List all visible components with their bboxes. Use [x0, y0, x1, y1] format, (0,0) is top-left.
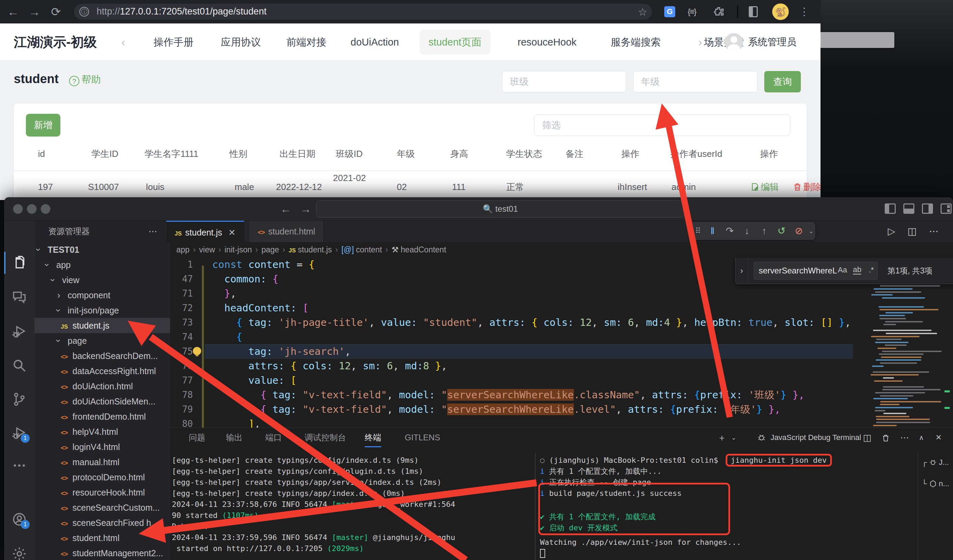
breadcrumb-item[interactable]: init-json [225, 245, 252, 254]
toggle-primary-sidebar-icon[interactable] [885, 203, 896, 214]
tree-item-app[interactable]: ›app [34, 257, 170, 272]
tree-item-manualhtml[interactable]: <>manual.html [34, 455, 170, 470]
forward-icon[interactable]: → [27, 0, 42, 23]
code-line-74[interactable]: 74 { [170, 330, 953, 344]
code-line-72[interactable]: 72 headContent: [ [170, 301, 953, 315]
app-tab-2[interactable]: 应用协议 [221, 23, 261, 61]
explorer-more-icon[interactable]: ⋯ [148, 221, 158, 242]
terminal-output-left[interactable]: [egg-ts-helper] create typings/config/in… [172, 428, 534, 560]
extensions-puzzle-icon[interactable] [713, 6, 725, 19]
code-line-78[interactable]: 78 { tag: "v-text-field", model: "server… [170, 388, 953, 402]
customize-layout-icon[interactable] [941, 203, 951, 214]
edit-button[interactable]: 编辑 [750, 182, 779, 192]
window-zoom-icon[interactable] [41, 204, 50, 214]
find-collapse-icon[interactable]: › [736, 258, 748, 283]
whole-word-icon[interactable]: ab [853, 266, 861, 274]
class-search-input[interactable] [502, 71, 626, 93]
window-close-icon[interactable] [13, 204, 23, 214]
code-line-75[interactable]: 75 tag: 'jh-search', [170, 344, 953, 359]
app-brand[interactable]: 江湖演示-初级 [14, 23, 97, 61]
breadcrumb-item[interactable]: view [199, 245, 215, 254]
app-tab-3[interactable]: 前端对接 [286, 23, 326, 61]
sidebar-toggle-icon[interactable] [749, 6, 758, 17]
tree-item-sceneSearchCustom[interactable]: <>sceneSearchCustom... [34, 500, 170, 515]
code-editor[interactable]: 1const content = {47 common: {71 },72 he… [170, 257, 953, 451]
window-minimize-icon[interactable] [27, 204, 37, 214]
maximize-panel-icon[interactable]: ∧ [919, 428, 924, 447]
app-tab-5[interactable]: student页面 [419, 29, 490, 54]
tree-item-loginV4html[interactable]: <>loginV4.html [34, 439, 170, 455]
minimap[interactable] [868, 257, 953, 451]
close-panel-icon[interactable]: ✕ [935, 428, 942, 447]
chat-icon[interactable] [12, 290, 27, 305]
tree-item-TEST01[interactable]: ›TEST01 [34, 242, 170, 257]
bookmark-star-icon[interactable]: ☆ [638, 6, 647, 18]
help-link[interactable]: ?帮助 [69, 73, 101, 86]
toggle-panel-icon[interactable] [903, 203, 914, 214]
tree-item-resourceHookhtml[interactable]: <>resourceHook.html [34, 485, 170, 500]
run-debug-icon[interactable] [12, 324, 27, 339]
code-line-76[interactable]: 76 attrs: { cols: 12, sm: 6, md:8 }, [170, 359, 953, 373]
debug-sessions-icon[interactable]: 1 [12, 425, 27, 441]
breadcrumb-item[interactable]: ⚒headContent [392, 245, 446, 254]
tree-item-studentjs[interactable]: JSstudent.js [34, 318, 170, 333]
user-name[interactable]: 系统管理员 [748, 23, 796, 61]
tree-item-initjsonpage[interactable]: ›init-json/page [34, 303, 170, 318]
tree-item-view[interactable]: ›view [34, 272, 170, 288]
match-case-icon[interactable]: Aa [838, 266, 847, 274]
code-line-71[interactable]: 71 }, [170, 286, 953, 301]
tree-item-protocolDemohtml[interactable]: <>protocolDemo.html [34, 470, 170, 485]
tree-item-doUiActionhtml[interactable]: <>doUiAction.html [34, 379, 170, 394]
tree-item-page[interactable]: ›page [34, 333, 170, 348]
debug-step-out-icon[interactable]: ↑ [757, 223, 771, 239]
lightbulb-icon[interactable] [193, 347, 201, 355]
app-tab-4[interactable]: doUiAction [351, 23, 399, 61]
debug-dropdown-icon[interactable]: ⌄ [804, 223, 818, 239]
regex-icon[interactable]: .* [869, 266, 874, 274]
debug-step-into-icon[interactable]: ↓ [740, 223, 754, 239]
delete-button[interactable]: 删除 [793, 182, 821, 192]
code-line-73[interactable]: 73 { tag: 'jh-page-title', value: "stude… [170, 315, 953, 330]
tabs-scroll-right-icon[interactable]: › [698, 23, 702, 61]
debug-pause-icon[interactable]: ‖ [706, 223, 719, 239]
run-file-icon[interactable]: ▷ [888, 226, 896, 237]
site-info-icon[interactable]: ⓘ [79, 7, 89, 17]
breadcrumb-item[interactable]: JSstudent.js [289, 245, 332, 254]
editor-tab-studenthtml[interactable]: <>student.html [250, 221, 324, 242]
editor-tab-studentjs[interactable]: JSstudent.js✕ [166, 221, 244, 242]
translate-icon[interactable]: G [664, 6, 675, 17]
app-tab-7[interactable]: 服务端搜索 [611, 23, 661, 61]
app-tab-1[interactable]: 操作手册 [154, 23, 194, 61]
editor-more-icon[interactable]: ⋯ [929, 226, 939, 237]
toggle-secondary-sidebar-icon[interactable] [922, 203, 933, 214]
tree-item-sceneSearchFixedh[interactable]: <>sceneSearchFixed h... [34, 515, 170, 531]
app-tab-6[interactable]: resouceHook [518, 23, 577, 61]
terminal-split-divider[interactable] [535, 453, 535, 560]
history-forward-icon[interactable]: → [300, 197, 311, 221]
browser-profile-avatar[interactable]: 🐒 [772, 3, 789, 20]
command-center-search[interactable]: 🔍 test01 [316, 200, 684, 218]
back-icon[interactable]: ← [6, 0, 21, 23]
tree-item-helpV4html[interactable]: <>helpV4.html [34, 424, 170, 439]
breadcrumb-item[interactable]: [@]content [341, 245, 382, 254]
breadcrumb-item[interactable]: page [262, 245, 279, 254]
browser-menu-icon[interactable]: ⋮ [799, 3, 809, 20]
account-icon[interactable]: 1 [12, 512, 27, 527]
user-avatar[interactable] [725, 33, 743, 52]
reload-icon[interactable]: ⟳ [48, 0, 64, 23]
tree-item-studenthtml[interactable]: <>student.html [34, 531, 170, 546]
tree-item-component[interactable]: ›component [34, 288, 170, 303]
breadcrumb-item[interactable]: app [176, 245, 189, 254]
debug-disconnect-icon[interactable]: ⊘ [792, 223, 806, 239]
filter-input[interactable] [534, 114, 790, 136]
source-control-icon[interactable] [12, 392, 27, 407]
split-editor-icon[interactable]: ◫ [908, 226, 916, 237]
url-bar[interactable]: ⓘ http://127.0.0.1:7205/test01/page/stud… [74, 4, 652, 20]
settings-gear-icon[interactable] [12, 546, 27, 560]
tree-item-frontendDemohtml[interactable]: <>frontendDemo.html [34, 409, 170, 424]
search-icon[interactable] [12, 358, 27, 373]
terminal-output-right[interactable]: ○ (jianghujs) MacBook-Pro:test01 colin$ … [540, 428, 917, 560]
tree-item-studentManagement2[interactable]: <>studentManagement2... [34, 546, 170, 560]
query-button[interactable]: 查询 [764, 71, 801, 93]
grade-search-input[interactable] [633, 71, 757, 93]
